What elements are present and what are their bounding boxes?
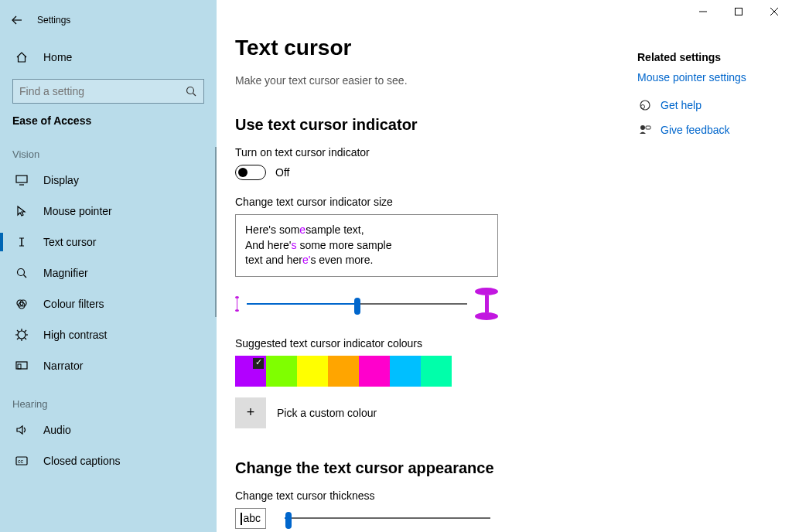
high-contrast-icon bbox=[12, 329, 31, 341]
search-icon bbox=[185, 86, 197, 97]
related-heading: Related settings bbox=[637, 51, 746, 63]
toggle-label: Turn on text cursor indicator bbox=[235, 146, 591, 159]
sidebar-item-label: High contrast bbox=[43, 329, 107, 341]
svg-line-20 bbox=[17, 330, 19, 332]
preview-box: Here's somesample text, And here's some … bbox=[235, 214, 498, 277]
colour-swatch[interactable] bbox=[359, 356, 390, 387]
app-title: Settings bbox=[37, 15, 70, 26]
sidebar-item-label: Narrator bbox=[43, 360, 83, 372]
colour-filters-icon bbox=[12, 298, 31, 310]
audio-icon bbox=[12, 424, 31, 436]
sidebar-item-label: Colour filters bbox=[43, 298, 104, 310]
colour-swatch[interactable] bbox=[328, 356, 359, 387]
give-feedback-link[interactable]: Give feedback bbox=[661, 124, 730, 136]
size-label: Change text cursor indicator size bbox=[235, 196, 591, 208]
section-appearance: Change the text cursor appearance bbox=[235, 459, 591, 477]
svg-line-21 bbox=[25, 338, 26, 339]
svg-point-15 bbox=[18, 331, 26, 339]
colours-label: Suggested text cursor indicator colours bbox=[235, 337, 591, 350]
custom-colour-button[interactable]: + bbox=[235, 397, 266, 428]
sidebar-item-colour-filters[interactable]: Colour filters bbox=[0, 288, 217, 319]
sidebar: Settings Home Ease of Access VisionDispl… bbox=[0, 0, 217, 532]
display-icon bbox=[12, 174, 31, 186]
main-content: Text cursor Make your text cursor easier… bbox=[217, 0, 792, 532]
sidebar-item-label: Mouse pointer bbox=[43, 205, 112, 217]
nav-group-label: Vision bbox=[0, 131, 217, 165]
get-help-link[interactable]: Get help bbox=[661, 99, 702, 111]
sidebar-item-label: Magnifier bbox=[43, 267, 88, 279]
sidebar-item-magnifier[interactable]: Magnifier bbox=[0, 257, 217, 288]
sidebar-item-mouse-pointer[interactable]: Mouse pointer bbox=[0, 196, 217, 227]
nav-group-label: Hearing bbox=[0, 381, 217, 414]
related-column: Related settings Mouse pointer settings … bbox=[637, 36, 746, 529]
colour-swatch[interactable] bbox=[297, 356, 328, 387]
colour-swatch[interactable] bbox=[390, 356, 421, 387]
size-max-icon bbox=[475, 288, 498, 320]
mouse-pointer-icon bbox=[12, 205, 31, 217]
svg-rect-25 bbox=[18, 364, 21, 369]
thickness-preview: abc bbox=[235, 508, 266, 529]
section-indicator: Use text cursor indicator bbox=[235, 116, 591, 134]
svg-line-6 bbox=[193, 94, 196, 97]
help-icon bbox=[637, 99, 653, 111]
feedback-icon bbox=[637, 124, 653, 136]
sidebar-item-label: Audio bbox=[43, 424, 71, 436]
indicator-toggle[interactable] bbox=[235, 165, 266, 180]
custom-colour-label: Pick a custom colour bbox=[277, 407, 377, 419]
svg-line-22 bbox=[25, 330, 26, 332]
page-title: Text cursor bbox=[235, 36, 591, 60]
back-button[interactable] bbox=[0, 14, 34, 26]
sidebar-item-text-cursor[interactable]: Text cursor bbox=[0, 227, 217, 257]
plus-icon: + bbox=[247, 404, 255, 421]
sidebar-item-narrator[interactable]: Narrator bbox=[0, 350, 217, 381]
home-label: Home bbox=[43, 51, 72, 63]
svg-rect-7 bbox=[16, 176, 27, 182]
svg-point-29 bbox=[641, 105, 645, 109]
sidebar-item-closed-captions[interactable]: ccClosed captions bbox=[0, 445, 217, 476]
svg-line-11 bbox=[24, 275, 27, 278]
svg-text:cc: cc bbox=[18, 459, 24, 464]
svg-line-23 bbox=[17, 338, 19, 339]
thickness-label: Change text cursor thickness bbox=[235, 489, 591, 502]
home-icon bbox=[12, 51, 31, 63]
search-field[interactable] bbox=[19, 85, 185, 97]
home-nav[interactable]: Home bbox=[0, 42, 217, 73]
svg-point-5 bbox=[187, 87, 194, 94]
indicator-size-slider[interactable] bbox=[247, 296, 467, 312]
sidebar-item-high-contrast[interactable]: High contrast bbox=[0, 319, 217, 350]
svg-point-10 bbox=[18, 269, 25, 276]
svg-point-30 bbox=[640, 125, 645, 130]
page-subtitle: Make your text cursor easier to see. bbox=[235, 74, 591, 87]
svg-rect-31 bbox=[646, 126, 650, 129]
thickness-slider[interactable] bbox=[285, 510, 490, 526]
colour-swatch[interactable] bbox=[266, 356, 297, 387]
sidebar-item-label: Closed captions bbox=[43, 455, 121, 467]
colour-swatch[interactable] bbox=[235, 356, 266, 387]
colour-swatches bbox=[235, 356, 591, 387]
breadcrumb: Ease of Access bbox=[0, 104, 217, 131]
size-min-icon bbox=[235, 296, 239, 312]
sidebar-item-display[interactable]: Display bbox=[0, 165, 217, 196]
sidebar-item-audio[interactable]: Audio bbox=[0, 414, 217, 445]
closed-captions-icon: cc bbox=[12, 455, 31, 467]
sidebar-item-label: Text cursor bbox=[43, 236, 96, 248]
narrator-icon bbox=[12, 360, 31, 372]
search-input[interactable] bbox=[12, 79, 204, 104]
magnifier-icon bbox=[12, 267, 31, 279]
text-cursor-icon bbox=[12, 236, 31, 248]
sidebar-item-label: Display bbox=[43, 174, 79, 186]
colour-swatch[interactable] bbox=[421, 356, 452, 387]
toggle-state: Off bbox=[275, 166, 289, 179]
mouse-pointer-settings-link[interactable]: Mouse pointer settings bbox=[637, 71, 746, 84]
